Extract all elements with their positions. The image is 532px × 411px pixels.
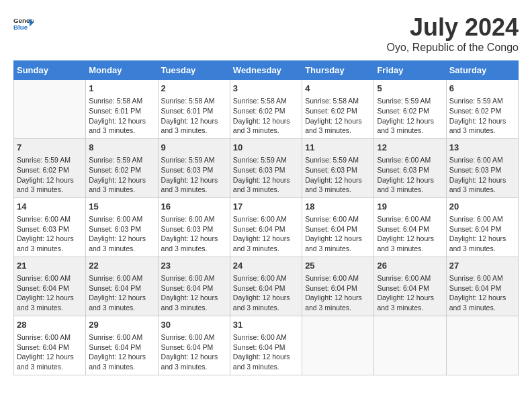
daylight-text: Daylight: 12 hours and 3 minutes.	[305, 116, 371, 136]
calendar-table: SundayMondayTuesdayWednesdayThursdayFrid…	[13, 60, 519, 375]
day-number: 23	[161, 260, 227, 272]
calendar-cell: 30Sunrise: 6:00 AMSunset: 6:04 PMDayligh…	[158, 316, 230, 375]
daylight-text: Daylight: 12 hours and 3 minutes.	[17, 234, 83, 253]
sunset-text: Sunset: 6:04 PM	[233, 342, 299, 353]
calendar-cell: 27Sunrise: 6:00 AMSunset: 6:04 PMDayligh…	[446, 257, 518, 316]
week-row-2: 7Sunrise: 5:59 AMSunset: 6:02 PMDaylight…	[14, 138, 519, 197]
daylight-text: Daylight: 12 hours and 3 minutes.	[17, 352, 83, 371]
sunrise-text: Sunrise: 6:00 AM	[305, 214, 371, 224]
daylight-text: Daylight: 12 hours and 3 minutes.	[17, 175, 83, 195]
day-number: 25	[305, 260, 371, 272]
calendar-body: 1Sunrise: 5:58 AMSunset: 6:01 PMDaylight…	[14, 80, 519, 375]
daylight-text: Daylight: 12 hours and 3 minutes.	[161, 175, 227, 195]
sunrise-text: Sunrise: 6:00 AM	[377, 155, 443, 165]
day-number: 6	[449, 83, 515, 95]
daylight-text: Daylight: 12 hours and 3 minutes.	[89, 352, 154, 371]
sunrise-text: Sunrise: 6:00 AM	[17, 214, 83, 224]
day-number: 24	[233, 260, 299, 272]
day-number: 27	[449, 260, 515, 272]
sunset-text: Sunset: 6:03 PM	[89, 224, 154, 234]
day-number: 1	[89, 83, 154, 95]
header-row: SundayMondayTuesdayWednesdayThursdayFrid…	[14, 61, 519, 80]
daylight-text: Daylight: 12 hours and 3 minutes.	[161, 234, 227, 253]
week-row-3: 14Sunrise: 6:00 AMSunset: 6:03 PMDayligh…	[14, 197, 519, 257]
sunset-text: Sunset: 6:04 PM	[17, 283, 83, 293]
location-subtitle: Oyo, Republic of the Congo	[386, 42, 519, 54]
calendar-cell: 7Sunrise: 5:59 AMSunset: 6:02 PMDaylight…	[14, 138, 86, 197]
calendar-cell: 25Sunrise: 6:00 AMSunset: 6:04 PMDayligh…	[302, 257, 374, 316]
calendar-cell: 31Sunrise: 6:00 AMSunset: 6:04 PMDayligh…	[230, 316, 302, 375]
sunrise-text: Sunrise: 5:59 AM	[233, 155, 299, 165]
sunset-text: Sunset: 6:03 PM	[17, 224, 83, 234]
daylight-text: Daylight: 12 hours and 3 minutes.	[305, 175, 371, 195]
sunrise-text: Sunrise: 6:00 AM	[233, 332, 299, 342]
header-day-saturday: Saturday	[446, 61, 518, 80]
day-number: 10	[233, 142, 299, 154]
sunrise-text: Sunrise: 6:00 AM	[89, 214, 154, 224]
daylight-text: Daylight: 12 hours and 3 minutes.	[89, 116, 154, 136]
calendar-cell: 15Sunrise: 6:00 AMSunset: 6:03 PMDayligh…	[86, 197, 158, 257]
calendar-cell	[446, 316, 518, 375]
sunset-text: Sunset: 6:02 PM	[305, 106, 371, 116]
calendar-cell: 23Sunrise: 6:00 AMSunset: 6:04 PMDayligh…	[158, 257, 230, 316]
daylight-text: Daylight: 12 hours and 3 minutes.	[233, 175, 299, 195]
sunrise-text: Sunrise: 6:00 AM	[233, 273, 299, 283]
daylight-text: Daylight: 12 hours and 3 minutes.	[377, 293, 443, 312]
sunrise-text: Sunrise: 6:00 AM	[449, 214, 515, 224]
day-number: 29	[89, 319, 154, 331]
day-number: 15	[89, 201, 154, 213]
sunset-text: Sunset: 6:04 PM	[233, 283, 299, 293]
day-number: 3	[233, 83, 299, 95]
svg-text:Blue: Blue	[13, 24, 28, 31]
calendar-cell: 21Sunrise: 6:00 AMSunset: 6:04 PMDayligh…	[14, 257, 86, 316]
sunset-text: Sunset: 6:01 PM	[161, 106, 227, 116]
day-number: 26	[377, 260, 443, 272]
sunset-text: Sunset: 6:04 PM	[89, 283, 154, 293]
daylight-text: Daylight: 12 hours and 3 minutes.	[305, 234, 371, 253]
header-day-tuesday: Tuesday	[158, 61, 230, 80]
sunrise-text: Sunrise: 6:00 AM	[161, 214, 227, 224]
sunrise-text: Sunrise: 6:00 AM	[161, 332, 227, 342]
daylight-text: Daylight: 12 hours and 3 minutes.	[449, 293, 515, 312]
month-year-title: July 2024	[386, 13, 519, 42]
sunset-text: Sunset: 6:04 PM	[161, 283, 227, 293]
calendar-cell: 17Sunrise: 6:00 AMSunset: 6:04 PMDayligh…	[230, 197, 302, 257]
header-day-thursday: Thursday	[302, 61, 374, 80]
sunrise-text: Sunrise: 6:00 AM	[161, 273, 227, 283]
sunset-text: Sunset: 6:04 PM	[17, 342, 83, 353]
calendar-cell: 29Sunrise: 6:00 AMSunset: 6:04 PMDayligh…	[86, 316, 158, 375]
daylight-text: Daylight: 12 hours and 3 minutes.	[161, 352, 227, 371]
daylight-text: Daylight: 12 hours and 3 minutes.	[161, 116, 227, 136]
day-number: 9	[161, 142, 227, 154]
sunset-text: Sunset: 6:04 PM	[305, 283, 371, 293]
sunset-text: Sunset: 6:03 PM	[161, 224, 227, 234]
calendar-cell: 10Sunrise: 5:59 AMSunset: 6:03 PMDayligh…	[230, 138, 302, 197]
sunset-text: Sunset: 6:04 PM	[305, 224, 371, 234]
day-number: 21	[17, 260, 83, 272]
daylight-text: Daylight: 12 hours and 3 minutes.	[17, 293, 83, 312]
day-number: 14	[17, 201, 83, 213]
calendar-cell: 18Sunrise: 6:00 AMSunset: 6:04 PMDayligh…	[302, 197, 374, 257]
sunrise-text: Sunrise: 6:00 AM	[305, 273, 371, 283]
calendar-cell: 5Sunrise: 5:59 AMSunset: 6:02 PMDaylight…	[374, 80, 446, 139]
daylight-text: Daylight: 12 hours and 3 minutes.	[377, 175, 443, 195]
day-number: 17	[233, 201, 299, 213]
daylight-text: Daylight: 12 hours and 3 minutes.	[89, 175, 154, 195]
sunset-text: Sunset: 6:04 PM	[449, 224, 515, 234]
sunset-text: Sunset: 6:04 PM	[449, 283, 515, 293]
day-number: 13	[449, 142, 515, 154]
day-number: 12	[377, 142, 443, 154]
calendar-cell: 6Sunrise: 5:59 AMSunset: 6:02 PMDaylight…	[446, 80, 518, 139]
sunrise-text: Sunrise: 5:59 AM	[305, 155, 371, 165]
day-number: 19	[377, 201, 443, 213]
day-number: 20	[449, 201, 515, 213]
sunrise-text: Sunrise: 6:00 AM	[449, 273, 515, 283]
day-number: 28	[17, 319, 83, 331]
sunrise-text: Sunrise: 6:00 AM	[17, 332, 83, 342]
sunset-text: Sunset: 6:01 PM	[89, 106, 154, 116]
daylight-text: Daylight: 12 hours and 3 minutes.	[449, 116, 515, 136]
sunrise-text: Sunrise: 5:59 AM	[161, 155, 227, 165]
calendar-cell: 4Sunrise: 5:58 AMSunset: 6:02 PMDaylight…	[302, 80, 374, 139]
daylight-text: Daylight: 12 hours and 3 minutes.	[233, 234, 299, 253]
header-day-sunday: Sunday	[14, 61, 86, 80]
